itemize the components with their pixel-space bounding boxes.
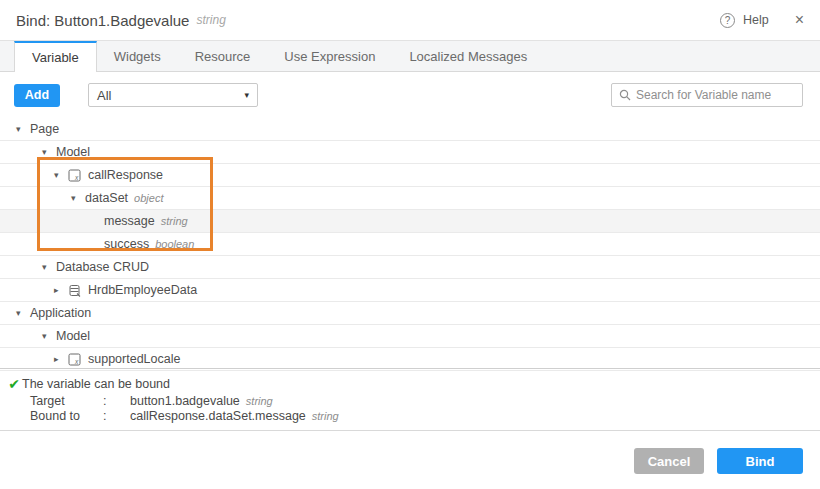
variable-icon: x [68,169,84,182]
bind-button[interactable]: Bind [717,448,803,474]
close-icon[interactable]: × [795,12,804,28]
variable-tree: ▾ Page ▾ Model ▾ x callResponse ▾ dataSe… [0,118,820,371]
status-value: callResponse.dataSet.message [130,409,306,423]
status-colon: : [103,409,130,423]
tree-row-label: Model [56,145,90,159]
tree-row-label: Database CRUD [56,260,149,274]
tree-row-success[interactable]: success boolean [0,233,820,256]
variable-icon: x [68,353,84,366]
tree-row-label: callResponse [88,168,163,182]
status-message: The variable can be bound [22,377,170,391]
expand-arrow-icon[interactable]: ▾ [54,170,68,180]
check-icon: ✔ [0,376,22,392]
tree-row-type: object [134,192,163,204]
page-title-type: string [196,13,225,27]
header-actions: ? Help × [720,12,804,28]
tree-row-page[interactable]: ▾ Page [0,118,820,141]
cancel-button[interactable]: Cancel [634,448,704,474]
page-title: Bind: Button1.Badgevalue [16,12,189,29]
expand-arrow-icon[interactable]: ▾ [42,262,56,272]
search-icon [619,89,631,101]
tree-row-label: dataSet [85,191,128,205]
tree-row-label: success [104,237,149,251]
tree-row-callresponse[interactable]: ▾ x callResponse [0,164,820,187]
variable-filter-dropdown[interactable]: All ▾ [88,83,258,107]
tree-row-message[interactable]: message string [0,210,820,233]
chevron-down-icon: ▾ [244,90,249,100]
expand-arrow-icon[interactable]: ▸ [54,285,68,295]
tab-resource[interactable]: Resource [178,41,268,71]
svg-text:x: x [74,357,79,364]
tab-variable[interactable]: Variable [14,41,97,72]
tree-row-application[interactable]: ▾ Application [0,302,820,325]
filter-selected-value: All [97,88,111,103]
status-value-type: string [312,410,339,422]
dialog-header: Bind: Button1.Badgevalue string ? Help × [0,0,820,40]
search-box[interactable] [611,83,803,107]
tree-row-label: supportedLocale [88,352,180,366]
status-colon: : [103,394,130,408]
tree-row-label: Model [56,329,90,343]
tree-row-label: Page [30,122,59,136]
tree-row-type: string [161,215,188,227]
expand-arrow-icon[interactable]: ▾ [16,124,30,134]
tab-use-expression[interactable]: Use Expression [267,41,392,71]
expand-arrow-icon[interactable]: ▾ [42,147,56,157]
database-icon [68,284,84,297]
help-icon[interactable]: ? [720,13,735,28]
add-button[interactable]: Add [14,84,60,107]
tree-row-label: HrdbEmployeeData [88,283,197,297]
bind-dialog: Bind: Button1.Badgevalue string ? Help ×… [0,0,820,489]
status-label: Target [30,394,103,408]
tree-row-hrdbemployeedata[interactable]: ▸ HrdbEmployeeData [0,279,820,302]
toolbar: Add All ▾ [0,72,820,118]
tree-row-type: boolean [155,238,194,250]
divider [0,368,820,369]
tree-row-label: message [104,214,155,228]
tree-row-application-model[interactable]: ▾ Model [0,325,820,348]
expand-arrow-icon[interactable]: ▾ [16,308,30,318]
status-value: button1.badgevalue [130,394,240,408]
expand-arrow-icon[interactable]: ▾ [71,193,85,203]
tree-row-page-model[interactable]: ▾ Model [0,141,820,164]
bind-status: ✔ The variable can be bound Target : but… [0,376,820,423]
svg-text:x: x [74,173,79,180]
expand-arrow-icon[interactable]: ▸ [54,354,68,364]
dialog-footer: Cancel Bind [0,430,820,489]
tree-row-dataset[interactable]: ▾ dataSet object [0,187,820,210]
status-label: Bound to [30,409,103,423]
tab-bar: Variable Widgets Resource Use Expression… [0,40,820,72]
status-row-bound-to: Bound to : callResponse.dataSet.message … [30,408,820,423]
tree-row-label: Application [30,306,91,320]
expand-arrow-icon[interactable]: ▾ [42,331,56,341]
help-link[interactable]: Help [743,13,769,27]
status-row-target: Target : button1.badgevalue string [30,393,820,408]
tree-row-database-crud[interactable]: ▾ Database CRUD [0,256,820,279]
tab-widgets[interactable]: Widgets [97,41,178,71]
search-input[interactable] [636,88,795,102]
tab-localized-messages[interactable]: Localized Messages [392,41,544,71]
status-value-type: string [246,395,273,407]
